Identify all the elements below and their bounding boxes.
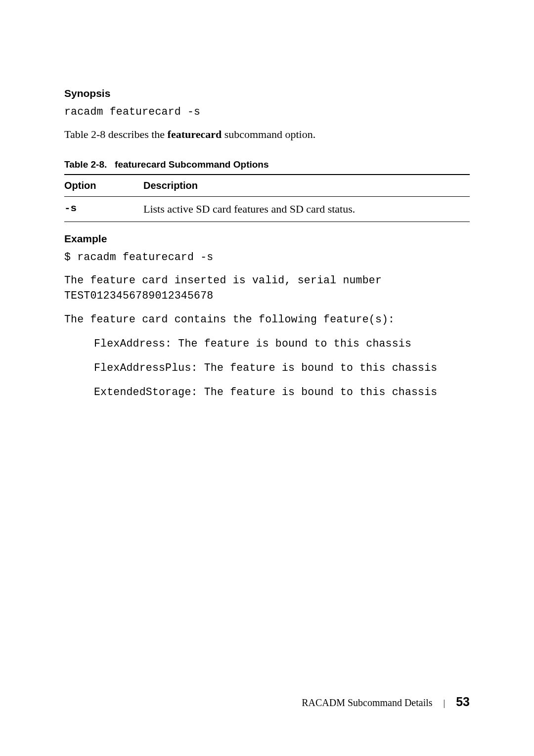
example-feature: ExtendedStorage: The feature is bound to… xyxy=(64,385,470,400)
synopsis-intro: Table 2-8 describes the featurecard subc… xyxy=(64,127,470,142)
cell-option: -s xyxy=(64,197,143,222)
table-row: -s Lists active SD card features and SD … xyxy=(64,197,470,222)
example-feature: FlexAddress: The feature is bound to thi… xyxy=(64,336,470,352)
cell-description: Lists active SD card features and SD car… xyxy=(143,197,470,222)
intro-bold: featurecard xyxy=(168,128,222,140)
example-feature: FlexAddressPlus: The feature is bound to… xyxy=(64,360,470,376)
example-heading: Example xyxy=(64,233,470,245)
synopsis-heading: Synopsis xyxy=(64,88,470,99)
intro-pre: Table 2-8 describes the xyxy=(64,128,168,140)
intro-post: subcommand option. xyxy=(222,128,315,140)
footer-separator: | xyxy=(444,698,445,709)
table-header-row: Option Description xyxy=(64,175,470,197)
footer-page-number: 53 xyxy=(456,695,470,709)
example-output-line-1: The feature card inserted is valid, seri… xyxy=(64,273,470,304)
footer-title: RACADM Subcommand Details xyxy=(302,697,432,709)
page-footer: RACADM Subcommand Details | 53 xyxy=(302,695,470,709)
synopsis-command: racadm featurecard -s xyxy=(64,104,470,120)
page-content: Synopsis racadm featurecard -s Table 2-8… xyxy=(0,0,534,400)
th-option: Option xyxy=(64,175,143,197)
table-caption-label: Table 2-8. xyxy=(64,159,107,170)
table-caption: Table 2-8. featurecard Subcommand Option… xyxy=(64,159,470,170)
example-output-line-2: The feature card contains the following … xyxy=(64,312,470,327)
th-description: Description xyxy=(143,175,470,197)
options-table: Option Description -s Lists active SD ca… xyxy=(64,174,470,222)
example-command: $ racadm featurecard -s xyxy=(64,250,470,265)
table-caption-title: featurecard Subcommand Options xyxy=(115,159,268,170)
